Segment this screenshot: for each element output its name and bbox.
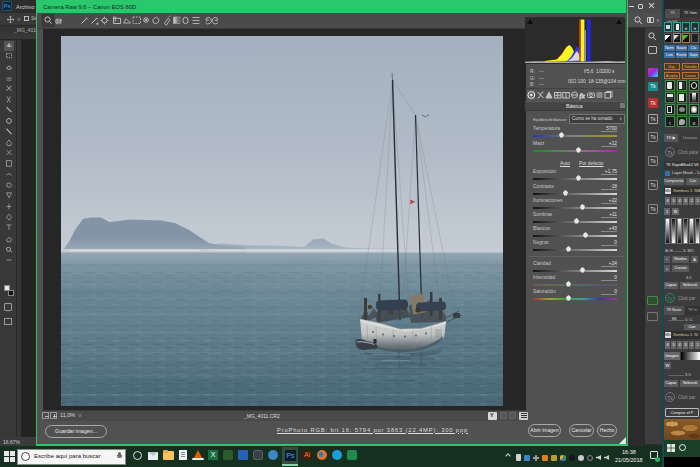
svg-text:fx: fx [580,92,586,100]
